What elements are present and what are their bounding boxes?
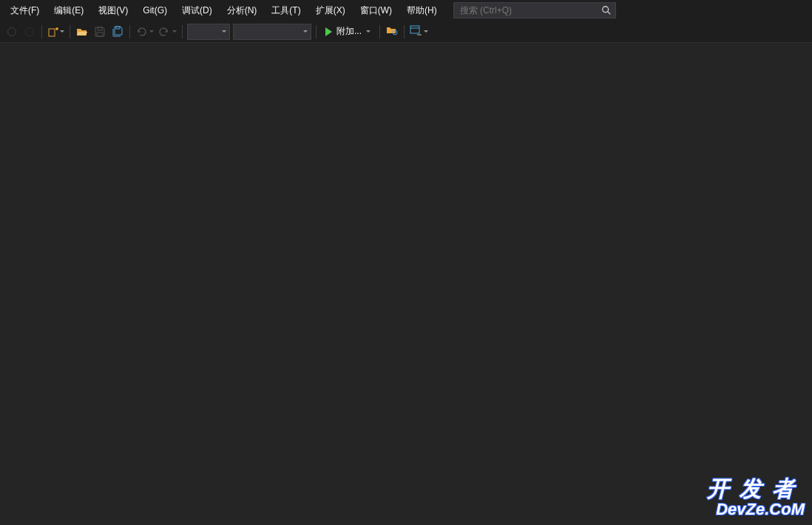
menu-tools[interactable]: 工具(T) xyxy=(264,0,308,21)
save-button[interactable] xyxy=(92,23,108,41)
search-input[interactable] xyxy=(457,5,600,16)
nav-back-icon xyxy=(7,27,16,36)
svg-rect-9 xyxy=(410,26,419,33)
menu-analyze[interactable]: 分析(N) xyxy=(220,0,265,21)
window-layout-icon xyxy=(410,24,422,38)
browse-button[interactable] xyxy=(384,23,400,41)
dropdown-caret-icon xyxy=(172,30,177,33)
watermark-subtitle: DevZe.CoM xyxy=(707,501,805,518)
svg-rect-5 xyxy=(98,27,102,30)
menu-extensions[interactable]: 扩展(X) xyxy=(308,0,353,21)
undo-icon xyxy=(135,26,147,38)
toolbar-separator xyxy=(182,25,183,38)
toolbar-separator xyxy=(70,25,70,38)
redo-icon xyxy=(158,26,170,38)
search-icon[interactable] xyxy=(600,4,612,16)
toolbar: 附加... xyxy=(0,21,812,43)
svg-rect-7 xyxy=(116,27,120,29)
svg-rect-6 xyxy=(97,33,103,36)
dropdown-caret-icon xyxy=(424,30,428,33)
svg-rect-2 xyxy=(49,29,55,36)
menu-bar: 文件(F) 编辑(E) 视图(V) Git(G) 调试(D) 分析(N) 工具(… xyxy=(0,0,812,21)
save-icon xyxy=(94,26,106,38)
play-icon xyxy=(325,27,332,36)
attach-label: 附加... xyxy=(336,25,362,38)
search-box[interactable] xyxy=(453,2,616,18)
folder-refresh-icon xyxy=(386,24,398,38)
toolbar-separator xyxy=(129,25,130,38)
undo-button[interactable] xyxy=(134,23,155,41)
menu-help[interactable]: 帮助(H) xyxy=(399,0,444,21)
dropdown-caret-icon xyxy=(60,30,64,33)
dropdown-caret-icon xyxy=(303,30,308,33)
nav-back-button[interactable] xyxy=(4,23,20,41)
watermark-title: 开发者 xyxy=(707,478,805,500)
nav-forward-icon xyxy=(25,27,34,36)
open-folder-icon xyxy=(76,26,88,38)
redo-button[interactable] xyxy=(157,23,178,41)
toolbar-separator xyxy=(404,25,405,38)
start-debug-button[interactable]: 附加... xyxy=(321,23,375,41)
menu-debug[interactable]: 调试(D) xyxy=(175,0,220,21)
menu-view[interactable]: 视图(V) xyxy=(91,0,135,21)
menu-file[interactable]: 文件(F) xyxy=(3,0,47,21)
new-item-button[interactable] xyxy=(46,23,66,41)
menu-edit[interactable]: 编辑(E) xyxy=(47,0,91,21)
svg-point-0 xyxy=(602,7,608,13)
svg-line-1 xyxy=(607,12,610,15)
menu-window[interactable]: 窗口(W) xyxy=(353,0,399,21)
menu-git[interactable]: Git(G) xyxy=(135,0,175,21)
toolbar-separator xyxy=(379,25,380,38)
dropdown-caret-icon xyxy=(149,30,154,33)
open-file-button[interactable] xyxy=(74,23,90,41)
dropdown-caret-icon xyxy=(222,30,226,33)
editor-area xyxy=(0,43,812,525)
solution-platform-dropdown[interactable] xyxy=(233,24,311,40)
dropdown-caret-icon xyxy=(366,30,371,33)
nav-forward-button[interactable] xyxy=(21,23,38,41)
solution-config-dropdown[interactable] xyxy=(187,24,230,40)
toolbar-separator xyxy=(316,25,317,38)
save-all-button[interactable] xyxy=(109,23,126,41)
watermark: 开发者 DevZe.CoM xyxy=(707,478,805,518)
toolbar-separator xyxy=(41,25,42,38)
window-layout-button[interactable] xyxy=(408,23,430,41)
new-item-icon xyxy=(47,27,58,37)
save-all-icon xyxy=(112,26,124,38)
